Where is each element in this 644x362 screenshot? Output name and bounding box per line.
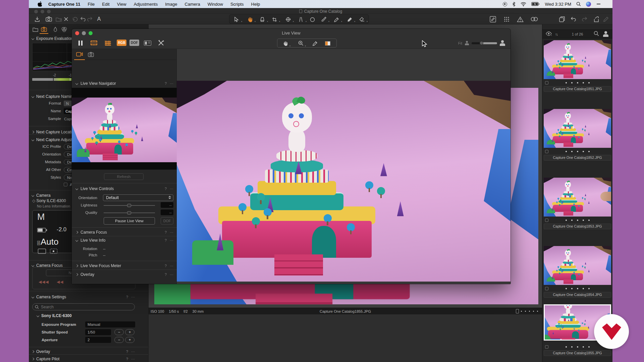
menu-item-camera[interactable]: Camera <box>184 2 200 7</box>
shutter-plus-button[interactable]: + <box>125 329 135 335</box>
browser-thumbnail[interactable]: Capture One Catalog1851.JPG <box>542 40 612 94</box>
apply-back-icon[interactable] <box>570 15 577 23</box>
quality-knob[interactable] <box>127 211 131 215</box>
overlay-circle-tool[interactable] <box>308 16 317 23</box>
help-icon[interactable]: ? <box>165 264 167 268</box>
grid-view-icon[interactable] <box>503 15 510 23</box>
live-view-title-bar[interactable]: Live View <box>72 29 511 37</box>
shutter-speed-value[interactable]: 1/50 <box>85 329 111 335</box>
tab-live-video-icon[interactable] <box>75 51 84 58</box>
notification-center-icon[interactable] <box>596 2 601 6</box>
apple-menu-icon[interactable] <box>38 1 42 7</box>
delete-icon[interactable] <box>62 15 70 23</box>
settings-device-group[interactable]: Sony ILCE-6300 <box>29 313 148 319</box>
picker-tool-icon[interactable] <box>311 40 319 47</box>
tab-library-folder-icon[interactable] <box>32 26 39 33</box>
menu-item-window[interactable]: Window <box>208 2 223 7</box>
menu-item-edit[interactable]: Edit <box>102 2 109 7</box>
split-view-icon[interactable] <box>324 40 332 47</box>
thumb-rating-dots[interactable] <box>544 346 611 348</box>
browser-person-icon[interactable] <box>603 31 608 37</box>
warning-triangle-icon[interactable] <box>517 15 524 23</box>
thumb-rating-dots[interactable] <box>544 220 611 221</box>
rgb-readout-button[interactable]: RGB <box>117 40 126 46</box>
panel-live-view-controls[interactable]: Live View Controls ?··· <box>72 185 177 192</box>
aperture-plus-button[interactable]: + <box>125 337 135 343</box>
panel-overlay[interactable]: Overlay ?··· <box>29 348 148 355</box>
bluetooth-icon[interactable] <box>512 2 516 7</box>
pan-hand-tool[interactable]: ▾ <box>246 16 254 23</box>
zoom-in-person-icon[interactable] <box>500 40 505 46</box>
eyedropper-tool[interactable]: ▾ <box>332 16 341 23</box>
aperture-value[interactable]: 2 <box>85 337 111 343</box>
more-icon[interactable]: ··· <box>170 273 173 277</box>
more-icon[interactable]: ··· <box>170 264 173 268</box>
panel-camera-settings[interactable]: Camera Settings ?··· <box>29 294 148 300</box>
more-icon[interactable]: ··· <box>131 295 135 299</box>
tab-capture-camera-icon[interactable] <box>40 26 48 33</box>
output-folder-icon[interactable] <box>55 15 62 23</box>
help-icon[interactable]: ? <box>165 81 167 85</box>
focus-far-3-button[interactable]: ◀◀◀ <box>39 280 49 284</box>
thumbnail-image[interactable] <box>544 109 611 148</box>
lightness-value[interactable]: -- <box>161 202 173 208</box>
import-icon[interactable] <box>34 15 41 23</box>
quality-slider[interactable] <box>104 213 155 213</box>
more-icon[interactable]: ··· <box>131 350 135 354</box>
zoom-slider-knob[interactable] <box>480 41 483 45</box>
help-icon[interactable]: ? <box>165 187 167 191</box>
panel-lv-overlay[interactable]: Overlay ?··· <box>72 271 177 278</box>
redo-icon[interactable] <box>86 15 93 23</box>
exposure-meter-icon[interactable] <box>144 39 152 47</box>
thumbnail-image[interactable] <box>544 40 611 79</box>
pause-icon[interactable] <box>76 39 85 47</box>
menu-app-name[interactable]: Capture One 11 <box>48 2 80 7</box>
browser-thumbnail[interactable]: Capture One Catalog1854.JPG <box>542 246 612 300</box>
more-icon[interactable]: ··· <box>170 238 173 242</box>
capture-camera-icon[interactable] <box>45 15 52 23</box>
loupe-tool[interactable]: ▾ <box>258 16 267 23</box>
grid-overlay-icon[interactable] <box>104 39 112 47</box>
zoom-fit-label[interactable]: Fit <box>458 41 462 45</box>
zoom-slider[interactable] <box>472 42 497 44</box>
panel-live-view-info[interactable]: Live View Info ?··· <box>72 237 177 244</box>
more-icon[interactable]: ··· <box>170 230 173 234</box>
panel-live-view-focus-meter[interactable]: Live View Focus Meter ?··· <box>72 262 177 269</box>
zoom-out-person-icon[interactable] <box>465 41 469 45</box>
thumbnail-image[interactable] <box>544 178 611 217</box>
dof-small-button[interactable]: DOF <box>161 217 173 225</box>
eraser-tool[interactable]: ▾ <box>358 16 366 23</box>
pause-live-view-button[interactable]: Pause Live View <box>104 217 155 225</box>
export-share-icon[interactable] <box>592 15 600 23</box>
panel-live-view-navigator[interactable]: Live View Navigator ?··· <box>72 80 177 87</box>
more-icon[interactable]: ··· <box>131 357 135 361</box>
help-icon[interactable]: ? <box>126 295 128 299</box>
crop-tool[interactable]: ▾ <box>270 16 279 23</box>
hand-tool-icon[interactable]: ▾ <box>281 40 289 47</box>
proof-rings-icon[interactable] <box>531 15 538 23</box>
thumb-rating-dots[interactable] <box>544 82 611 83</box>
exposure-program-value[interactable]: Manual <box>85 321 135 327</box>
camera-model-select[interactable]: ◇ Sony ILCE-6300 <box>32 198 66 203</box>
more-icon[interactable]: ··· <box>170 81 173 85</box>
status-rating-dots[interactable] <box>521 311 538 312</box>
help-icon[interactable]: ? <box>165 230 167 234</box>
straighten-tool[interactable]: ▾ <box>297 16 305 23</box>
copy-adjustments-icon[interactable] <box>558 15 566 23</box>
menu-item-file[interactable]: File <box>88 2 95 7</box>
dof-preview-button[interactable]: DOF <box>129 40 139 46</box>
thumbnail-image[interactable] <box>544 246 611 285</box>
help-icon[interactable]: ? <box>165 238 167 242</box>
apply-forward-icon[interactable] <box>581 15 588 23</box>
brush-tool[interactable]: ▾ <box>319 16 328 23</box>
reset-adjustments-icon[interactable] <box>71 15 78 23</box>
panel-lv-camera-focus[interactable]: Camera Focus ?··· <box>72 229 177 236</box>
siri-icon[interactable] <box>586 2 591 7</box>
zoom-tool-icon[interactable]: ▾ <box>297 40 305 47</box>
menu-item-view[interactable]: View <box>117 2 126 7</box>
more-icon[interactable]: ··· <box>170 187 173 191</box>
edit-viewer-icon[interactable] <box>489 15 496 23</box>
menu-item-adjustments[interactable]: Adjustments <box>134 2 158 7</box>
spotlight-icon[interactable] <box>576 2 581 6</box>
thumb-rating-dots[interactable] <box>544 151 611 152</box>
